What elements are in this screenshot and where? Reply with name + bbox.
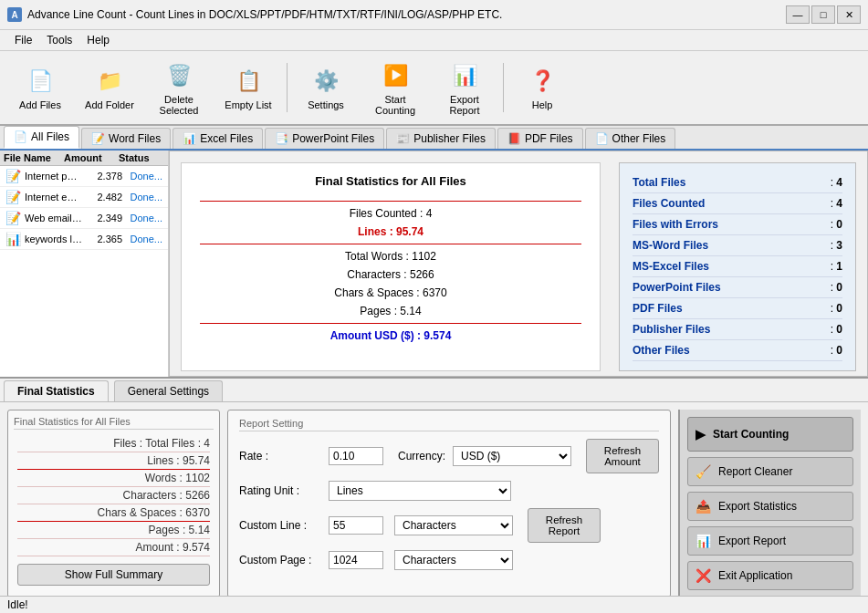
right-start-counting-button[interactable]: ▶ Start Counting — [687, 417, 853, 452]
right-exit-application-button[interactable]: ❌ Exit Application — [687, 561, 853, 590]
delete-selected-button[interactable]: 🗑️ Delete Selected — [146, 55, 212, 120]
excel-files-tab-icon: 📊 — [183, 132, 196, 145]
file-item[interactable]: 📝 Internet phone.docx 2.378 Done... — [0, 166, 168, 187]
fsr-0: Files : Total Files : 4 — [17, 435, 210, 452]
menu-help[interactable]: Help — [79, 32, 117, 48]
delete-selected-label: Delete Selected — [151, 94, 207, 116]
rate-input[interactable] — [329, 447, 383, 465]
currency-label: Currency: — [398, 450, 445, 462]
show-full-summary-button[interactable]: Show Full Summary — [17, 564, 210, 586]
custom-line-unit-select[interactable]: Characters Words — [394, 515, 513, 535]
ms-word-value: : 3 — [831, 239, 842, 252]
statusbar: Idle! — [0, 596, 868, 613]
add-files-button[interactable]: 📄 Add Files — [7, 60, 73, 115]
chars-spaces-row: Chars & Spaces : 6370 — [200, 286, 581, 299]
right-report-cleaner-button[interactable]: 🧹 Report Cleaner — [687, 457, 853, 486]
rating-unit-row: Rating Unit : Lines Words Characters — [239, 481, 659, 501]
right-report-cleaner-icon: 🧹 — [695, 464, 711, 479]
powerpoint-files-tab-label: PowerPoint Files — [292, 132, 374, 145]
final-stats-box-title: Final Statistics for All Files — [14, 416, 214, 430]
currency-select[interactable]: USD ($) EUR (€) GBP (£) — [453, 446, 571, 466]
right-export-statistics-button[interactable]: 📤 Export Statistics — [687, 492, 853, 521]
close-button[interactable]: ✕ — [837, 5, 861, 24]
stats-divider-top — [200, 201, 581, 202]
file-amount-4: 2.365 — [86, 234, 122, 244]
right-export-statistics-label: Export Statistics — [718, 500, 797, 513]
bottom-tabs: Final Statistics General Settings — [0, 379, 868, 402]
file-item[interactable]: 📝 Web email.docx 2.349 Done... — [0, 208, 168, 229]
statistics-overlay: Final Statistics for All Files Files Cou… — [169, 151, 868, 377]
pages-row: Pages : 5.14 — [200, 305, 581, 317]
menu-file[interactable]: File — [7, 32, 39, 48]
refresh-report-button[interactable]: Refresh Report — [528, 508, 601, 543]
file-name-1: Internet phone.docx — [25, 171, 82, 182]
status-text: Idle! — [7, 598, 28, 611]
right-exit-application-icon: ❌ — [695, 568, 711, 583]
tab-powerpoint-files[interactable]: 📑 PowerPoint Files — [265, 128, 384, 149]
amount-row: Amount USD ($) : 9.574 — [200, 329, 581, 342]
file-list-header: File Name Amount Status — [0, 151, 168, 166]
file-item[interactable]: 📊 keywords list of new soft 2.365 Done..… — [0, 229, 168, 250]
other-files-tab-icon: 📄 — [595, 132, 609, 145]
tab-pdf-files[interactable]: 📕 PDF Files — [497, 128, 583, 149]
tab-other-files[interactable]: 📄 Other Files — [585, 128, 676, 149]
refresh-amount-button[interactable]: Refresh Amount — [586, 439, 659, 473]
publisher-files-tab-label: Publisher Files — [413, 132, 486, 145]
pages-text: Pages : 5.14 — [360, 305, 421, 317]
final-stats-rows: Files : Total Files : 4 Lines : 95.74 Wo… — [14, 433, 214, 558]
file-status-4: Done... — [126, 234, 162, 244]
fsr-4: Chars & Spaces : 6370 — [17, 504, 210, 522]
help-button[interactable]: ❓ Help — [509, 60, 575, 115]
stats-right-row-6: PDF Files : 0 — [633, 298, 842, 319]
settings-button[interactable]: ⚙️ Settings — [293, 60, 359, 115]
empty-list-icon: 📋 — [232, 65, 265, 98]
files-errors-value: : 0 — [831, 218, 842, 231]
file-item[interactable]: 📝 Internet email.docx 2.482 Done... — [0, 187, 168, 208]
custom-line-input[interactable] — [329, 516, 383, 535]
menu-tools[interactable]: Tools — [39, 32, 79, 48]
right-exit-application-label: Exit Application — [718, 569, 792, 582]
right-start-counting-icon: ▶ — [695, 427, 706, 442]
tab-excel-files[interactable]: 📊 Excel Files — [173, 128, 263, 149]
files-counted-label: Files Counted — [633, 197, 705, 210]
right-report-cleaner-label: Report Cleaner — [718, 465, 792, 478]
word-files-tab-label: Word Files — [109, 132, 161, 145]
ms-excel-value: : 1 — [831, 260, 842, 273]
file-name-2: Internet email.docx — [25, 192, 82, 203]
export-report-button[interactable]: 📊 Export Report — [432, 55, 497, 120]
total-files-label: Total Files — [633, 176, 685, 189]
empty-list-button[interactable]: 📋 Empty List — [215, 60, 281, 115]
toolbar-separator-2 — [503, 63, 504, 112]
empty-list-label: Empty List — [225, 99, 271, 110]
custom-page-unit-select[interactable]: Characters Words — [394, 550, 513, 570]
all-files-tab-icon: 📄 — [14, 130, 27, 143]
add-files-icon: 📄 — [24, 65, 57, 98]
other-files-value: : 0 — [831, 344, 842, 357]
tab-word-files[interactable]: 📝 Word Files — [81, 128, 171, 149]
toolbar-separator-1 — [287, 63, 288, 112]
excel-files-tab-label: Excel Files — [200, 132, 253, 145]
maximize-button[interactable]: □ — [811, 5, 835, 24]
pdf-files-tab-label: PDF Files — [525, 132, 573, 145]
export-report-label: Export Report — [436, 94, 493, 116]
characters-text: Characters : 5266 — [347, 268, 434, 281]
custom-page-input[interactable] — [329, 551, 383, 569]
fsr-6: Amount : 9.574 — [17, 539, 210, 556]
start-counting-button[interactable]: ▶️ Start Counting — [362, 55, 428, 120]
file-name-3: Web email.docx — [25, 213, 82, 223]
final-stats-box: Final Statistics for All Files Files : T… — [7, 410, 220, 597]
tab-publisher-files[interactable]: 📰 Publisher Files — [386, 128, 496, 149]
tab-all-files[interactable]: 📄 All Files — [4, 126, 79, 149]
add-folder-button[interactable]: 📁 Add Folder — [77, 60, 142, 115]
rating-unit-select[interactable]: Lines Words Characters — [329, 481, 511, 501]
minimize-button[interactable]: — — [786, 5, 810, 24]
right-export-statistics-icon: 📤 — [695, 499, 711, 514]
fsr-label-1: Lines : 95.74 — [147, 454, 210, 467]
file-amount-3: 2.349 — [86, 213, 122, 223]
bottom-tab-general-settings[interactable]: General Settings — [114, 380, 223, 401]
bottom-tab-final-stats[interactable]: Final Statistics — [4, 380, 109, 401]
stats-right-row-7: Publisher Files : 0 — [633, 319, 842, 340]
file-list: File Name Amount Status 📝 Internet phone… — [0, 151, 169, 377]
right-export-report-button[interactable]: 📊 Export Report — [687, 526, 853, 556]
stats-right-row-8: Other Files : 0 — [633, 340, 842, 361]
